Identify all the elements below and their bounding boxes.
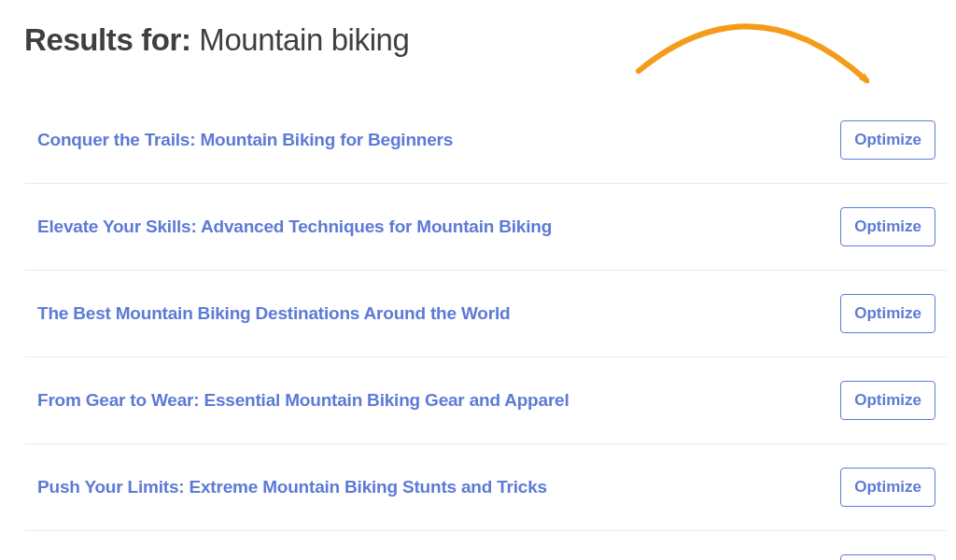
results-query: Mountain biking — [199, 22, 409, 57]
result-row: A Day in the Life of a Mountain Biker Op… — [24, 531, 947, 560]
result-row: Elevate Your Skills: Advanced Techniques… — [24, 184, 947, 271]
result-title-link[interactable]: Conquer the Trails: Mountain Biking for … — [37, 130, 453, 150]
result-row: The Best Mountain Biking Destinations Ar… — [24, 271, 947, 357]
result-row: Push Your Limits: Extreme Mountain Bikin… — [24, 444, 947, 531]
results-header: Results for: Mountain biking — [24, 22, 947, 58]
optimize-button[interactable]: Optimize — [840, 554, 935, 560]
optimize-button[interactable]: Optimize — [840, 381, 935, 420]
result-title-link[interactable]: Push Your Limits: Extreme Mountain Bikin… — [37, 477, 547, 497]
result-title-link[interactable]: The Best Mountain Biking Destinations Ar… — [37, 303, 510, 324]
optimize-button[interactable]: Optimize — [840, 120, 935, 160]
results-list: Conquer the Trails: Mountain Biking for … — [24, 97, 947, 560]
result-row: From Gear to Wear: Essential Mountain Bi… — [24, 357, 947, 444]
result-row: Conquer the Trails: Mountain Biking for … — [24, 97, 947, 184]
optimize-button[interactable]: Optimize — [840, 294, 935, 333]
result-title-link[interactable]: From Gear to Wear: Essential Mountain Bi… — [37, 390, 569, 411]
result-title-link[interactable]: Elevate Your Skills: Advanced Techniques… — [37, 217, 552, 237]
results-prefix: Results for: — [24, 22, 199, 57]
optimize-button[interactable]: Optimize — [840, 468, 935, 507]
optimize-button[interactable]: Optimize — [840, 207, 935, 246]
